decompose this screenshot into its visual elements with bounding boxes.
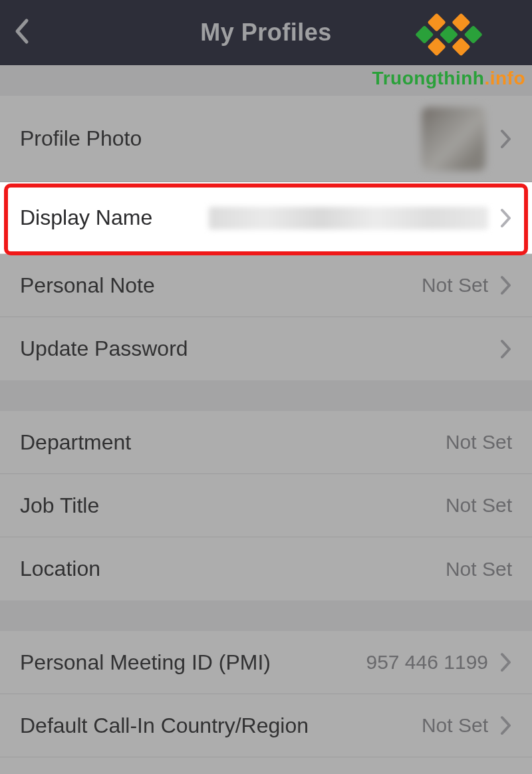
row-value: Not Set — [422, 714, 488, 737]
row-label: Personal Meeting ID (PMI) — [20, 650, 271, 675]
row-label: Job Title — [20, 493, 99, 518]
profile-section-3: Personal Meeting ID (PMI) 957 446 1199 D… — [0, 631, 532, 774]
row-job-title[interactable]: Job Title Not Set — [0, 474, 532, 537]
row-label: Display Name — [20, 205, 152, 230]
row-label: Personal Note — [20, 273, 155, 298]
section-divider — [0, 600, 532, 631]
chevron-right-icon — [500, 128, 512, 150]
row-label: Update Password — [20, 336, 188, 361]
chevron-right-icon — [500, 652, 512, 673]
avatar — [422, 107, 485, 171]
row-department[interactable]: Department Not Set — [0, 411, 532, 474]
row-location[interactable]: Location Not Set — [0, 537, 532, 600]
chevron-left-icon — [13, 18, 29, 45]
chevron-right-icon — [500, 275, 512, 296]
row-value: Not Set — [446, 431, 512, 453]
chevron-right-icon — [500, 715, 512, 736]
row-value: Not Set — [446, 558, 512, 580]
row-profile-photo[interactable]: Profile Photo — [0, 96, 532, 182]
row-label: Profile Photo — [20, 126, 142, 151]
profile-section-2: Department Not Set Job Title Not Set Loc… — [0, 411, 532, 600]
section-divider — [0, 380, 532, 411]
row-default-callin[interactable]: Default Call-In Country/Region Not Set — [0, 694, 532, 757]
profile-section-1: Profile Photo Display Name Personal Note… — [0, 96, 532, 380]
page-title: My Profiles — [200, 19, 332, 47]
row-value: 957 446 1199 — [366, 651, 488, 674]
row-update-password[interactable]: Update Password — [0, 317, 532, 380]
row-label: User Type — [20, 771, 116, 774]
row-display-name[interactable]: Display Name — [0, 182, 532, 254]
blurred-value — [209, 207, 488, 229]
row-personal-note[interactable]: Personal Note Not Set — [0, 254, 532, 317]
row-value: Not Set — [422, 274, 488, 297]
row-pmi[interactable]: Personal Meeting ID (PMI) 957 446 1199 — [0, 631, 532, 694]
chevron-right-icon — [500, 338, 512, 360]
back-button[interactable] — [13, 18, 29, 47]
watermark-text: Truongthinh.info — [372, 68, 525, 89]
row-user-type[interactable]: User Type — [0, 757, 532, 774]
watermark: Truongthinh.info — [372, 11, 525, 89]
chevron-right-icon — [500, 207, 512, 229]
row-value: Not Set — [446, 494, 512, 517]
watermark-logo-icon — [415, 1, 483, 68]
row-label: Department — [20, 430, 131, 455]
row-label: Default Call-In Country/Region — [20, 713, 309, 738]
row-label: Location — [20, 557, 100, 581]
